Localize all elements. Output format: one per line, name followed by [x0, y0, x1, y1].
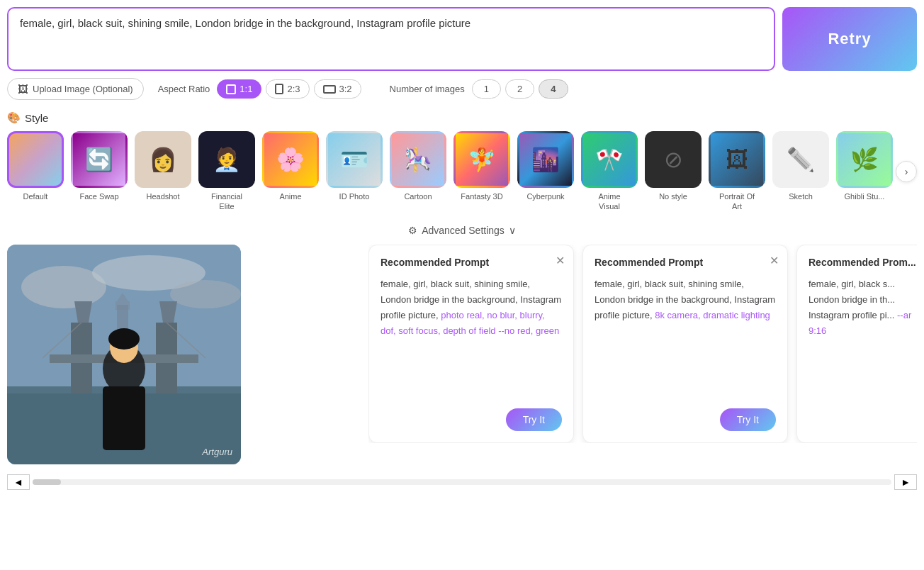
style-name-financial: FinancialElite — [211, 191, 242, 212]
style-name-headshot: Headshot — [146, 191, 179, 201]
style-icon: 🎨 — [7, 111, 21, 124]
style-name-cyberpunk: Cyberpunk — [526, 191, 564, 201]
style-thumb-ghibli: 🌿 — [836, 131, 893, 188]
scroll-right-btn[interactable]: ► — [894, 474, 917, 490]
num-btn-1[interactable]: 1 — [472, 79, 501, 99]
style-name-portrait: Portrait OfArt — [719, 191, 755, 212]
style-thumb-faceswap: 🔄 — [71, 131, 128, 188]
recommended-card-2: Recommended Prompt ✕ female, girl, black… — [582, 245, 788, 443]
square-icon — [226, 84, 236, 94]
style-name-anime: Anime — [279, 191, 301, 201]
chevron-down-icon: ∨ — [509, 225, 516, 236]
style-item-ghibli[interactable]: 🌿 Ghibli Stu... — [836, 131, 893, 212]
style-scroll: Default 🔄 Face Swap 👩 Headshot 🧑‍💼 Finan… — [7, 131, 896, 212]
aspect-label-1-1: 1:1 — [240, 84, 252, 94]
style-thumb-sketch: ✏️ — [772, 131, 829, 188]
rec-card-1-text: female, girl, black suit, shining smile,… — [381, 276, 562, 339]
main-image: Artguru — [7, 245, 241, 464]
style-scroll-wrapper: Default 🔄 Face Swap 👩 Headshot 🧑‍💼 Finan… — [7, 131, 917, 212]
style-thumb-cartoon: 🎠 — [390, 131, 446, 188]
svg-point-19 — [108, 328, 140, 350]
style-thumb-anime: 🌸 — [262, 131, 319, 188]
style-thumb-animevisual: 🎌 — [581, 131, 638, 188]
prompt-input[interactable]: female, girl, black suit, shining smile,… — [7, 7, 775, 71]
style-item-idphoto[interactable]: 🪪 ID Photo — [326, 131, 383, 212]
style-name-ghibli: Ghibli Stu... — [845, 191, 885, 201]
style-thumb-financial: 🧑‍💼 — [198, 131, 255, 188]
bottom-section: Artguru Recommended Prompt ✕ female, gir… — [0, 245, 924, 471]
style-item-portrait[interactable]: 🖼 Portrait OfArt — [709, 131, 765, 212]
recommended-cards: Recommended Prompt ✕ female, girl, black… — [368, 245, 917, 443]
style-item-cartoon[interactable]: 🎠 Cartoon — [390, 131, 446, 212]
style-thumb-cyberpunk: 🌆 — [517, 131, 574, 188]
style-name-animevisual: AnimeVisual — [598, 191, 620, 212]
style-thumb-nostyle: ⊘ — [645, 131, 702, 188]
aspect-btn-3-2[interactable]: 3:2 — [314, 79, 361, 99]
rec-card-1-title: Recommended Prompt — [381, 257, 562, 268]
settings-icon: ⚙ — [408, 225, 417, 236]
rec-card-2-highlight: 8k camera, dramatic lighting — [655, 310, 770, 320]
style-item-fantasy[interactable]: 🧚 Fantasty 3D — [453, 131, 510, 212]
landscape-icon — [323, 85, 336, 94]
rec-card-2-title: Recommended Prompt — [595, 257, 776, 268]
scroll-nav: ◄ ► — [0, 471, 924, 493]
style-next-arrow[interactable]: › — [896, 161, 917, 182]
style-item-default[interactable]: Default — [7, 131, 64, 212]
style-item-sketch[interactable]: ✏️ Sketch — [772, 131, 829, 212]
style-item-financial[interactable]: 🧑‍💼 FinancialElite — [198, 131, 255, 212]
style-item-faceswap[interactable]: 🔄 Face Swap — [71, 131, 128, 212]
svg-point-3 — [170, 280, 241, 308]
style-section: 🎨 Style Default 🔄 Face Swap 👩 Headshot — [0, 107, 924, 212]
scrollbar-track — [33, 479, 891, 485]
style-label: Style — [25, 112, 48, 124]
portrait-icon — [275, 84, 283, 94]
rec-card-1-close[interactable]: ✕ — [556, 254, 565, 267]
scroll-left-btn[interactable]: ◄ — [7, 474, 30, 490]
style-name-fantasy: Fantasty 3D — [461, 191, 502, 201]
top-bar: female, girl, black suit, shining smile,… — [0, 0, 924, 71]
aspect-label-3-2: 3:2 — [339, 84, 352, 94]
style-item-anime[interactable]: 🌸 Anime — [262, 131, 319, 212]
watermark: Artguru — [202, 447, 232, 457]
style-thumb-portrait: 🖼 — [709, 131, 765, 188]
style-thumb-default — [7, 131, 64, 188]
rec-card-1-highlight: photo real, no blur, blurry, dof, soft f… — [381, 310, 559, 336]
style-name-cartoon: Cartoon — [404, 191, 432, 201]
controls-bar: 🖼 Upload Image (Optional) Aspect Ratio 1… — [0, 71, 924, 107]
retry-button[interactable]: Retry — [782, 7, 917, 71]
try-it-btn-2[interactable]: Try It — [720, 408, 776, 431]
scrollbar-thumb[interactable] — [33, 479, 61, 485]
num-btn-2[interactable]: 2 — [505, 79, 534, 99]
upload-image-button[interactable]: 🖼 Upload Image (Optional) — [7, 78, 144, 100]
style-item-animevisual[interactable]: 🎌 AnimeVisual — [581, 131, 638, 212]
num-btn-4[interactable]: 4 — [539, 79, 568, 99]
style-name-idphoto: ID Photo — [339, 191, 370, 201]
advanced-settings-label: Advanced Settings — [422, 225, 505, 236]
style-item-nostyle[interactable]: ⊘ No style — [645, 131, 702, 212]
style-name-faceswap: Face Swap — [79, 191, 118, 201]
aspect-label-2-3: 2:3 — [287, 84, 300, 94]
style-name-default: Default — [23, 191, 48, 201]
rec-card-3-title: Recommended Prom... — [808, 257, 917, 268]
num-images-label: Number of images — [390, 84, 465, 94]
aspect-btn-2-3[interactable]: 2:3 — [266, 79, 309, 99]
aspect-ratio-group: Aspect Ratio 1:1 2:3 3:2 — [158, 79, 361, 99]
rec-card-3-text: female, girl, black s... London bridge i… — [808, 276, 917, 339]
upload-label: Upload Image (Optional) — [33, 84, 133, 94]
rec-card-2-close[interactable]: ✕ — [770, 254, 779, 267]
generated-image-svg — [7, 245, 241, 464]
rec-card-3-highlight: --ar 9:16 — [808, 310, 911, 336]
aspect-btn-1-1[interactable]: 1:1 — [217, 79, 261, 99]
upload-icon: 🖼 — [18, 83, 28, 95]
num-images-group: Number of images 1 2 4 — [390, 79, 568, 99]
aspect-ratio-label: Aspect Ratio — [158, 84, 210, 94]
svg-rect-14 — [116, 301, 130, 310]
style-item-headshot[interactable]: 👩 Headshot — [135, 131, 191, 212]
advanced-settings-toggle[interactable]: ⚙ Advanced Settings ∨ — [0, 212, 924, 245]
svg-rect-18 — [103, 386, 145, 450]
style-thumb-fantasy: 🧚 — [453, 131, 510, 188]
style-item-cyberpunk[interactable]: 🌆 Cyberpunk — [517, 131, 574, 212]
style-name-sketch: Sketch — [789, 191, 813, 201]
try-it-btn-1[interactable]: Try It — [506, 408, 562, 431]
style-thumb-idphoto: 🪪 — [326, 131, 383, 188]
